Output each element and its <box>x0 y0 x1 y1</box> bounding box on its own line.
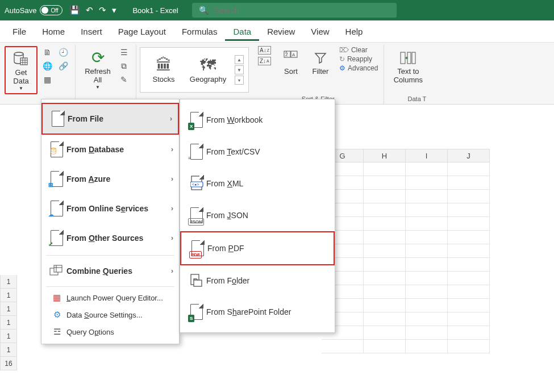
autosave-label: AutoSave <box>5 6 36 15</box>
svg-text:A: A <box>285 51 288 54</box>
tab-formulas[interactable]: Formulas <box>174 22 226 41</box>
submenu-from-xml[interactable]: <●> From XML <box>180 168 335 199</box>
folder-icon <box>187 273 206 288</box>
tab-file[interactable]: File <box>5 22 34 41</box>
gallery-expand-icon[interactable]: ▾ <box>235 76 244 85</box>
redo-icon[interactable]: ↷ <box>99 5 106 15</box>
submenu-from-pdf[interactable]: PDF From PDF <box>180 231 335 265</box>
from-web-small-icon[interactable]: 🌐 <box>41 60 53 72</box>
title-bar: AutoSave Off 💾 ↶ ↷ ▾ Book1 - Excel 🔍 <box>0 0 554 20</box>
svg-text:A: A <box>292 52 295 57</box>
svg-text:<●>: <●> <box>192 182 199 186</box>
svg-rect-22 <box>194 280 202 286</box>
save-icon[interactable]: 💾 <box>69 5 80 15</box>
tab-page-layout[interactable]: Page Layout <box>110 22 174 41</box>
data-type-gallery-spinner[interactable]: ▲ ▼ ▾ <box>235 55 244 85</box>
search-box[interactable]: 🔍 <box>192 3 397 18</box>
edit-links-icon[interactable]: ✎ <box>118 73 130 86</box>
chevron-down-icon[interactable]: ▼ <box>235 65 244 74</box>
stocks-label: Stocks <box>152 76 174 84</box>
text-to-columns-button[interactable]: Text to Columns <box>390 46 426 87</box>
menu-from-other-sources[interactable]: ⤢ From Other Sources › <box>41 223 179 253</box>
geography-label: Geography <box>190 76 226 84</box>
advanced-icon: ⚙ <box>339 64 345 72</box>
submenu-from-text-csv[interactable]: ≡ From Text/CSV <box>180 136 335 168</box>
menu-item-label: From Azure <box>66 174 171 184</box>
clear-filter-button[interactable]: ⌦Clear <box>339 46 378 54</box>
database-icon <box>47 141 66 157</box>
submenu-from-workbook[interactable]: X From Workbook <box>180 104 335 136</box>
chevron-right-icon: › <box>170 115 172 123</box>
row-header[interactable]: 1 <box>0 330 17 343</box>
search-input[interactable] <box>213 5 390 15</box>
menu-item-label: From JSON <box>206 211 328 220</box>
menu-query-options[interactable]: ☲ Query Options <box>41 323 179 340</box>
tab-data[interactable]: Data <box>225 22 259 41</box>
tab-view[interactable]: View <box>303 22 337 41</box>
row-header[interactable]: 1 <box>0 302 17 316</box>
sort-desc-button[interactable]: Z↓A <box>258 57 271 65</box>
sort-dialog-icon: ZAA <box>284 48 298 68</box>
menu-item-label: From Online Services <box>66 204 171 213</box>
qat-more-icon[interactable]: ▾ <box>112 5 116 15</box>
properties-icon[interactable]: ⧉ <box>118 60 130 72</box>
undo-icon[interactable]: ↶ <box>86 5 93 15</box>
autosave-pill[interactable]: Off <box>40 5 63 15</box>
row-header[interactable]: 1 <box>0 316 17 330</box>
existing-connections-small-icon[interactable]: 🔗 <box>57 60 69 72</box>
sort-asc-button[interactable]: A↓Z <box>258 46 271 55</box>
text-to-columns-icon <box>400 48 416 68</box>
queries-connections-icon[interactable]: ☰ <box>118 46 130 59</box>
from-text-csv-small-icon[interactable]: 🗎 <box>41 46 53 59</box>
advanced-filter-button[interactable]: ⚙Advanced <box>339 64 378 72</box>
column-header[interactable]: H <box>364 149 406 162</box>
sort-button[interactable]: ZAA Sort <box>278 46 304 78</box>
stocks-button[interactable]: 🏛 Stocks <box>145 54 182 86</box>
options-icon: ☲ <box>47 327 66 337</box>
chevron-up-icon[interactable]: ▲ <box>235 55 244 64</box>
menu-item-label: Query Options <box>66 328 173 336</box>
submenu-from-folder[interactable]: From Folder <box>180 265 335 296</box>
menu-launch-power-query[interactable]: ▦ Launch Power Query Editor... <box>41 289 179 306</box>
menu-from-file[interactable]: From File › <box>41 103 179 135</box>
row-header[interactable]: 1 <box>0 289 17 302</box>
menu-from-online-services[interactable]: ☁ From Online Services › <box>41 194 179 223</box>
svg-rect-1 <box>20 58 27 65</box>
row-header[interactable]: 1 <box>0 343 17 357</box>
submenu-from-sharepoint-folder[interactable]: S From SharePoint Folder <box>180 296 335 328</box>
chevron-right-icon: › <box>171 145 173 153</box>
autosave-toggle[interactable]: AutoSave Off <box>5 5 63 15</box>
submenu-from-json[interactable]: JSON From JSON <box>180 199 335 231</box>
combine-icon <box>47 265 66 277</box>
cloud-icon: ☁ <box>47 201 66 216</box>
from-table-small-icon[interactable]: ▦ <box>41 73 53 86</box>
refresh-all-button[interactable]: ⟳ Refresh All ▼ <box>81 46 114 92</box>
menu-from-database[interactable]: From Database › <box>41 135 179 164</box>
recent-sources-small-icon[interactable]: 🕘 <box>57 46 69 59</box>
get-data-button[interactable]: Get Data ▼ <box>5 46 38 94</box>
tab-review[interactable]: Review <box>259 22 303 41</box>
json-icon: JSON <box>187 207 206 223</box>
svg-point-0 <box>14 52 23 56</box>
tab-help[interactable]: Help <box>338 22 371 41</box>
row-header[interactable]: 1 <box>0 275 17 289</box>
menu-combine-queries[interactable]: Combine Queries › <box>41 258 179 284</box>
row-header[interactable]: 16 <box>0 357 17 370</box>
tab-insert[interactable]: Insert <box>73 22 110 41</box>
chevron-down-icon: ▼ <box>95 85 100 90</box>
svg-rect-15 <box>54 265 62 272</box>
column-header[interactable]: J <box>448 149 490 162</box>
menu-item-label: Launch Power Query Editor... <box>66 294 173 302</box>
filter-button[interactable]: Filter <box>307 46 334 78</box>
geography-button[interactable]: 🗺 Geography <box>186 54 230 86</box>
sharepoint-icon: S <box>187 304 206 320</box>
menu-data-source-settings[interactable]: ⚙ Data Source Settings... <box>41 306 179 323</box>
svg-rect-11 <box>401 52 405 64</box>
reapply-filter-button[interactable]: ↻Reapply <box>339 55 378 63</box>
menu-from-azure[interactable]: ⊞ From Azure › <box>41 164 179 194</box>
menu-item-label: Data Source Settings... <box>66 311 173 319</box>
tab-home[interactable]: Home <box>34 22 73 41</box>
column-header[interactable]: I <box>406 149 448 162</box>
menu-item-label: From Other Sources <box>66 233 171 243</box>
row-headers: 1 1 1 1 1 1 16 <box>0 275 17 370</box>
